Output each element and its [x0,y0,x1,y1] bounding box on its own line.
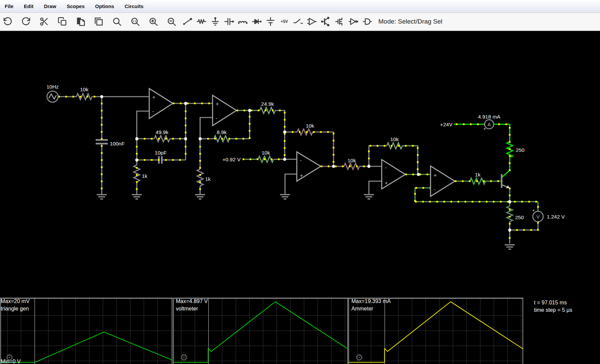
diode-tool-button[interactable] [252,16,262,27]
paste-icon [76,17,85,26]
svg-text:+: + [300,173,303,178]
label-r-gnd2: 1k [205,176,211,182]
duplicate-button[interactable] [94,16,104,27]
menu-draw[interactable]: Draw [44,3,56,9]
svg-text:+: + [152,94,155,100]
svg-text:+: + [434,172,437,178]
op-amp-tool-button[interactable] [307,16,317,27]
redo-button[interactable] [21,16,31,27]
circuitjs-app: File Edit Draw Scopes Options Circuits 1… [0,0,600,364]
scope1-gear-icon[interactable]: ⚙ [5,353,13,363]
diode-icon [252,17,261,26]
scope3-gear-icon[interactable]: ⚙ [355,353,363,363]
label-ammeter-reading: 4.918 mA [478,114,501,120]
inductor-tool-button[interactable] [238,16,248,27]
npn-transistor-icon [321,17,330,26]
label-r-offset: 10k [262,150,270,156]
label-r-input: 10k [80,87,89,92]
label-r-gnd1: 1k [142,173,148,179]
capacitor-100nF-plate[interactable] [96,143,108,144]
scope2-gear-icon[interactable]: ⚙ [180,353,188,363]
capacitor-icon [224,17,234,26]
mosfet-tool-button[interactable] [335,16,345,27]
scope1-name: triangle gen [1,306,29,311]
zoom-out-icon [167,17,176,26]
voltage-source-icon [266,17,275,26]
label-r-fb4: 10k [390,136,399,142]
svg-text:-: - [216,115,217,121]
undo-button[interactable] [3,16,13,27]
op-amp-icon [307,17,317,26]
copy-button[interactable] [57,16,67,27]
label-r-in4: 10k [348,158,356,163]
label-voltmeter-reading: 1.242 V [547,214,565,220]
inductor-icon [238,17,248,26]
voltmeter-plus: + [532,208,535,213]
label-r-collector: 250 [516,147,525,153]
and-gate-tool-button[interactable] [362,16,372,27]
search-icon [112,17,122,26]
label-source-freq: 10Hz [46,84,59,90]
label-r-fb3: 10k [306,123,314,129]
menu-scopes[interactable]: Scopes [67,3,85,9]
menu-options[interactable]: Options [95,3,114,9]
find-button[interactable] [112,16,122,27]
ground-tool-button[interactable] [210,16,220,27]
zoom-100-button[interactable]: 1:1 [130,16,140,27]
capacitor-10pF-plate[interactable] [161,156,163,164]
zoom-out-button[interactable] [166,16,177,27]
inverter-tool-button[interactable] [348,16,358,27]
scope1-max-label: Max=20 mV [1,298,30,304]
cut-button[interactable] [39,16,49,27]
menu-file[interactable]: File [5,3,13,9]
switch-tool-button[interactable] [293,16,303,27]
resistor-tool-button[interactable] [196,16,207,27]
wire-tool-button[interactable] [183,16,193,27]
scope3-max-label: Max=19.393 mA [351,298,391,304]
voltage-source-tool-button[interactable] [265,16,276,27]
and-gate-icon [362,17,372,26]
mosfet-icon [335,17,344,26]
svg-text:-: - [300,157,302,163]
zoom-in-icon [149,17,158,26]
paste-button[interactable] [75,16,86,27]
label-r-fb2: 8.9k [217,129,227,135]
svg-text:+: + [385,180,388,186]
wire-icon [183,17,192,26]
menu-circuits[interactable]: Circuits [125,3,144,9]
scope-strip: Max=20 mV triangle gen Min=0 V Max=4.897… [0,298,600,364]
sim-time: t = 97.015 ms [534,300,567,305]
svg-text:+: + [216,101,219,107]
svg-text:V: V [536,214,540,220]
plus-5v-tool-button[interactable]: +5V [279,16,289,27]
label-r-sum: 24.9k [261,101,274,107]
plus-5v-icon: +5V [281,19,288,24]
label-rail: +24V [440,122,452,127]
capacitor-tool-button[interactable] [224,16,234,27]
transistor-tool-button[interactable] [321,16,331,27]
scope3-name: Ammeter [351,306,374,311]
label-v-offset: +0.92 V [222,157,241,162]
scope2-max-label: Max=4.897 V [176,298,208,304]
scope2-name: voltmeter [176,306,198,311]
switch-icon [293,17,303,26]
label-r-base: 1k [475,172,481,177]
toolbar-component-group: +5V [183,16,372,27]
label-r-fb1: 49.9k [156,129,168,135]
label-c-fb1: 10pF [155,150,166,156]
resistor-icon [197,17,206,26]
redo-icon [21,17,31,26]
triangle-wave-source[interactable] [47,91,58,102]
menu-edit[interactable]: Edit [24,3,33,9]
undo-icon [3,17,12,26]
circuit-canvas[interactable]: + - + - - + - + + - [0,31,600,298]
svg-text:-: - [152,108,154,114]
toolbar-edit-group: 1:1 [3,16,177,27]
svg-text:1:1: 1:1 [133,20,136,23]
sim-time-step: time step = 5 µs [534,307,572,313]
inverter-icon [349,17,358,26]
zoom-in-button[interactable] [148,16,158,27]
label-r-emitter: 250 [515,214,524,220]
label-c-filter: 100nF [110,141,125,146]
svg-text:-: - [434,187,435,192]
